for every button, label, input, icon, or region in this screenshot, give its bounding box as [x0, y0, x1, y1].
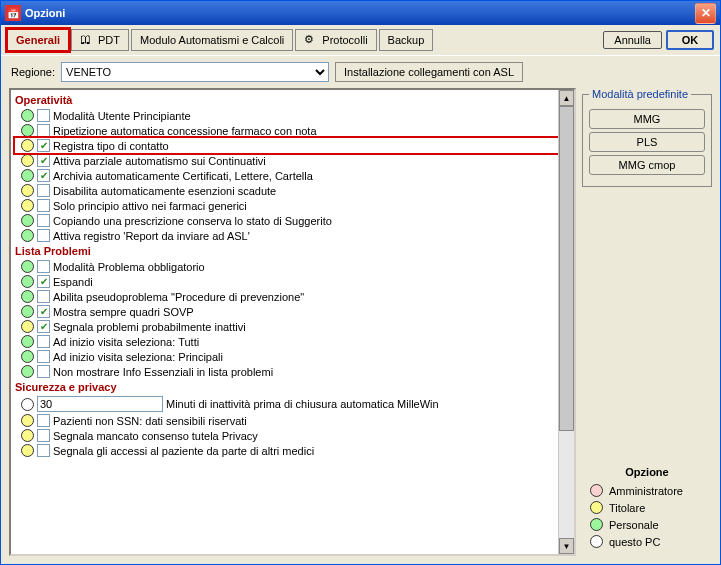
checkbox[interactable] — [37, 350, 50, 363]
tab-modulo[interactable]: Modulo Automatismi e Calcoli — [131, 29, 293, 51]
level-icon — [21, 429, 34, 442]
tab-modulo-label: Modulo Automatismi e Calcoli — [140, 34, 284, 46]
legend-title: Opzione — [584, 466, 710, 478]
preset-legend: Modalità predefinite — [589, 88, 691, 100]
checkbox[interactable]: ✔ — [37, 154, 50, 167]
level-icon — [21, 139, 34, 152]
item-label: Ad inizio visita seleziona: Tutti — [53, 336, 199, 348]
preset-mmg-button[interactable]: MMG — [589, 109, 705, 129]
circle-icon — [590, 501, 603, 514]
level-icon — [21, 305, 34, 318]
level-icon — [21, 184, 34, 197]
item-label: Modalità Problema obbligatorio — [53, 261, 205, 273]
inactivity-minutes-input[interactable] — [37, 396, 163, 412]
region-label: Regione: — [11, 66, 55, 78]
item-label: Attiva parziale automatismo sui Continua… — [53, 155, 266, 167]
item-label: Espandi — [53, 276, 93, 288]
checkbox[interactable] — [37, 429, 50, 442]
item-label: Modalità Utente Principiante — [53, 110, 191, 122]
item-label: Ad inizio visita seleziona: Principali — [53, 351, 223, 363]
item-label: Segnala mancato consenso tutela Privacy — [53, 430, 258, 442]
level-icon — [21, 109, 34, 122]
level-icon — [21, 124, 34, 137]
checkbox[interactable] — [37, 290, 50, 303]
list-item: ✔ Segnala problemi probabilmente inattiv… — [15, 319, 572, 334]
tab-protocolli-label: Protocolli — [322, 34, 367, 46]
item-label: Attiva registro 'Report da inviare ad AS… — [53, 230, 250, 242]
list-item: Non mostrare Info Essenziali in lista pr… — [15, 364, 572, 379]
level-icon — [21, 214, 34, 227]
gear-icon: ⚙ — [304, 33, 318, 47]
item-label: Copiando una prescrizione conserva lo st… — [53, 215, 332, 227]
tab-generali[interactable]: Generali — [7, 29, 69, 51]
list-item: Abilita pseudoproblema "Procedure di pre… — [15, 289, 572, 304]
list-item: Attiva registro 'Report da inviare ad AS… — [15, 228, 572, 243]
list-item: Segnala mancato consenso tutela Privacy — [15, 428, 572, 443]
tab-pdt[interactable]: 🕮 PDT — [71, 29, 129, 51]
ok-button[interactable]: OK — [666, 30, 714, 50]
scrollbar[interactable]: ▲ ▼ — [558, 90, 574, 554]
options-list[interactable]: Operatività Modalità Utente Principiante… — [9, 88, 576, 556]
checkbox[interactable] — [37, 229, 50, 242]
scroll-down-icon[interactable]: ▼ — [559, 538, 574, 554]
level-icon — [21, 260, 34, 273]
level-icon — [21, 335, 34, 348]
checkbox[interactable] — [37, 260, 50, 273]
checkbox[interactable] — [37, 184, 50, 197]
checkbox[interactable]: ✔ — [37, 305, 50, 318]
legend-admin: Amministratore — [609, 485, 683, 497]
checkbox[interactable] — [37, 335, 50, 348]
checkbox[interactable] — [37, 199, 50, 212]
checkbox[interactable]: ✔ — [37, 320, 50, 333]
list-item: Pazienti non SSN: dati sensibili riserva… — [15, 413, 572, 428]
scroll-thumb[interactable] — [559, 106, 574, 431]
checkbox[interactable] — [37, 214, 50, 227]
window-title: Opzioni — [25, 7, 695, 19]
checkbox[interactable] — [37, 124, 50, 137]
list-item: Copiando una prescrizione conserva lo st… — [15, 213, 572, 228]
tab-generali-label: Generali — [16, 34, 60, 46]
item-label: Ripetizione automatica concessione farma… — [53, 125, 317, 137]
level-icon — [21, 350, 34, 363]
tab-protocolli[interactable]: ⚙ Protocolli — [295, 29, 376, 51]
preset-group: Modalità predefinite MMG PLS MMG cmop — [582, 88, 712, 187]
tab-backup[interactable]: Backup — [379, 29, 434, 51]
cancel-button[interactable]: Annulla — [603, 31, 662, 49]
circle-icon — [590, 535, 603, 548]
list-item-registra-contatto: ✔ Registra tipo di contatto — [15, 138, 572, 153]
item-label: Registra tipo di contatto — [53, 140, 169, 152]
checkbox[interactable] — [37, 444, 50, 457]
level-icon — [21, 275, 34, 288]
close-button[interactable]: ✕ — [695, 3, 716, 24]
circle-icon — [590, 484, 603, 497]
scroll-up-icon[interactable]: ▲ — [559, 90, 574, 106]
item-label: Segnala gli accessi al paziente da parte… — [53, 445, 314, 457]
item-label: Pazienti non SSN: dati sensibili riserva… — [53, 415, 247, 427]
preset-pls-button[interactable]: PLS — [589, 132, 705, 152]
legend-personale: Personale — [609, 519, 659, 531]
level-icon — [21, 290, 34, 303]
legend-questopc: questo PC — [609, 536, 660, 548]
region-select[interactable]: VENETO — [61, 62, 329, 82]
preset-mmg-cmop-button[interactable]: MMG cmop — [589, 155, 705, 175]
list-item: Minuti di inattività prima di chiusura a… — [15, 395, 572, 413]
list-item: Ad inizio visita seleziona: Principali — [15, 349, 572, 364]
checkbox[interactable]: ✔ — [37, 275, 50, 288]
checkbox[interactable] — [37, 365, 50, 378]
list-item: Segnala gli accessi al paziente da parte… — [15, 443, 572, 458]
asl-install-button[interactable]: Installazione collegamenti con ASL — [335, 62, 523, 82]
item-label: Disabilita automaticamente esenzioni sca… — [53, 185, 276, 197]
list-item: Disabilita automaticamente esenzioni sca… — [15, 183, 572, 198]
item-label: Solo principio attivo nei farmaci generi… — [53, 200, 247, 212]
item-label: Segnala problemi probabilmente inattivi — [53, 321, 246, 333]
checkbox[interactable] — [37, 414, 50, 427]
checkbox[interactable] — [37, 109, 50, 122]
level-icon — [21, 229, 34, 242]
list-item: ✔ Mostra sempre quadri SOVP — [15, 304, 572, 319]
item-label: Abilita pseudoproblema "Procedure di pre… — [53, 291, 304, 303]
item-label: Minuti di inattività prima di chiusura a… — [166, 398, 439, 410]
option-legend: Opzione Amministratore Titolare Personal… — [582, 460, 712, 556]
section-sicurezza: Sicurezza e privacy — [15, 379, 572, 395]
checkbox[interactable]: ✔ — [37, 169, 50, 182]
checkbox[interactable]: ✔ — [37, 139, 50, 152]
